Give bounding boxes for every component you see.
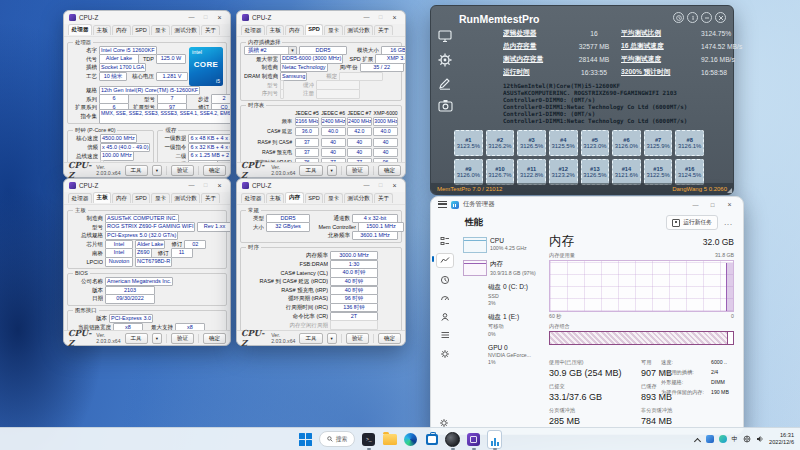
close-button[interactable] xyxy=(389,179,400,193)
startup-apps-icon[interactable] xyxy=(437,292,453,305)
ok-button[interactable]: 确定 xyxy=(378,165,401,176)
tab-2[interactable]: 内存 xyxy=(112,193,130,203)
tab-1[interactable]: 主板 xyxy=(266,25,284,35)
tray-app-icon-2[interactable] xyxy=(719,435,727,443)
details-icon[interactable] xyxy=(437,329,453,342)
ok-button[interactable]: 确定 xyxy=(203,165,226,176)
perf-item-内存[interactable]: 内存30.9/31.8 GB (97%) xyxy=(463,260,543,276)
processes-icon[interactable] xyxy=(437,234,453,247)
maximize-button[interactable] xyxy=(200,11,211,24)
tab-6[interactable]: 关于 xyxy=(374,193,392,203)
titlebar[interactable]: CPU-Z xyxy=(64,11,230,24)
taskbar-console-app-icon[interactable] xyxy=(361,432,376,447)
ok-button[interactable]: 确定 xyxy=(203,333,226,344)
titlebar[interactable]: CPU-Z xyxy=(237,179,405,192)
minimize-button[interactable] xyxy=(186,11,197,24)
info-icon[interactable] xyxy=(687,12,698,23)
tab-6[interactable]: 关于 xyxy=(201,193,219,203)
minimize-button[interactable] xyxy=(361,179,372,192)
perf-item-磁盘 0 (C: D:)[interactable]: 磁盘 0 (C: D:)SSD3% xyxy=(463,283,543,306)
more-options-button[interactable]: ... xyxy=(724,219,733,226)
performance-icon[interactable] xyxy=(436,253,454,268)
hidden-icons-chevron[interactable] xyxy=(695,436,701,442)
taskbar-file-explorer-icon[interactable] xyxy=(382,432,397,447)
ime-indicator[interactable]: 中 xyxy=(732,435,739,444)
validate-button[interactable]: 验证 xyxy=(171,165,194,176)
network-icon[interactable] xyxy=(743,435,751,443)
dropdown-select[interactable]: 插槽 #2 xyxy=(244,46,297,55)
titlebar[interactable]: 任务管理器 xyxy=(431,197,743,212)
tab-0[interactable]: 处理器 xyxy=(241,25,265,35)
monitor-icon[interactable] xyxy=(438,30,452,43)
app-history-icon[interactable] xyxy=(437,273,453,286)
tab-1[interactable]: 主板 xyxy=(93,25,111,35)
taskbar-store-icon[interactable] xyxy=(424,432,439,447)
tab-0[interactable]: 处理器 xyxy=(68,193,92,203)
taskbar-edge-icon[interactable] xyxy=(403,432,418,447)
start-button[interactable] xyxy=(298,432,313,447)
tab-6[interactable]: 关于 xyxy=(374,25,392,35)
tab-4[interactable]: 显卡 xyxy=(324,193,342,203)
tools-button[interactable]: 工具 xyxy=(125,333,148,344)
tab-3[interactable]: SPD xyxy=(305,193,324,203)
close-button[interactable] xyxy=(723,201,736,208)
tab-1[interactable]: 主板 xyxy=(266,193,284,203)
edit-pen-icon[interactable] xyxy=(438,77,452,90)
taskbar-search[interactable]: 搜索 xyxy=(319,431,356,447)
clock[interactable]: 16:31 2022/12/6 xyxy=(769,432,794,445)
tab-3[interactable]: SPD xyxy=(305,24,324,35)
close-button[interactable] xyxy=(214,11,225,25)
maximize-button[interactable] xyxy=(375,179,386,192)
tab-6[interactable]: 关于 xyxy=(201,25,219,35)
tab-4[interactable]: 显卡 xyxy=(324,25,342,35)
tab-4[interactable]: 显卡 xyxy=(151,25,169,35)
validate-button[interactable]: 验证 xyxy=(171,333,194,344)
validate-button[interactable]: 验证 xyxy=(346,333,369,344)
maximize-button[interactable] xyxy=(706,202,719,208)
minimize-button[interactable] xyxy=(186,179,197,192)
minimize-button[interactable] xyxy=(689,202,702,208)
memory-composition-bar[interactable] xyxy=(549,331,734,345)
tab-5[interactable]: 测试分数 xyxy=(344,193,374,203)
tab-3[interactable]: SPD xyxy=(132,25,151,35)
menu-hamburger-icon[interactable] xyxy=(438,201,447,208)
close-button[interactable] xyxy=(389,11,400,25)
tab-2[interactable]: 内存 xyxy=(285,25,303,35)
taskbar-cpuz-app-icon[interactable] xyxy=(466,432,481,447)
tab-5[interactable]: 测试分数 xyxy=(344,25,374,35)
perf-item-GPU 0[interactable]: GPU 0NVIDIA GeForce...1% xyxy=(463,344,543,365)
tab-5[interactable]: 测试分数 xyxy=(171,25,201,35)
minimize-icon[interactable] xyxy=(701,12,712,23)
validate-button[interactable]: 验证 xyxy=(346,165,369,176)
tab-5[interactable]: 测试分数 xyxy=(171,193,201,203)
run-new-task-button[interactable]: 运行新任务 xyxy=(666,215,718,230)
tab-3[interactable]: SPD xyxy=(132,193,151,203)
maximize-button[interactable] xyxy=(375,11,386,24)
resize-grip[interactable] xyxy=(727,188,732,193)
titlebar[interactable]: CPU-Z xyxy=(64,179,230,192)
ok-button[interactable]: 确定 xyxy=(378,333,401,344)
tools-dropdown-arrow[interactable] xyxy=(327,165,337,176)
tab-4[interactable]: 显卡 xyxy=(151,193,169,203)
perf-item-CPU[interactable]: CPU100% 4.25 GHz xyxy=(463,237,543,253)
camera-icon[interactable] xyxy=(438,99,453,112)
close-button[interactable] xyxy=(214,179,225,193)
minimize-button[interactable] xyxy=(361,11,372,24)
tools-button[interactable]: 工具 xyxy=(299,333,322,344)
close-icon[interactable] xyxy=(715,12,726,23)
tab-0[interactable]: 处理器 xyxy=(68,24,92,35)
settings-gear-icon[interactable] xyxy=(437,52,453,68)
tools-button[interactable]: 工具 xyxy=(125,165,148,176)
tab-0[interactable]: 处理器 xyxy=(241,193,265,203)
tray-app-icon-1[interactable] xyxy=(706,435,714,443)
services-icon[interactable] xyxy=(437,347,453,360)
history-icon[interactable] xyxy=(673,12,684,23)
taskbar-task-manager-icon[interactable] xyxy=(487,432,502,447)
maximize-button[interactable] xyxy=(200,179,211,192)
taskbar-camera-app-icon[interactable] xyxy=(445,432,460,447)
users-icon[interactable] xyxy=(437,310,453,323)
tools-button[interactable]: 工具 xyxy=(299,165,322,176)
tools-dropdown-arrow[interactable] xyxy=(152,165,162,176)
tools-dropdown-arrow[interactable] xyxy=(152,333,162,344)
titlebar[interactable]: CPU-Z xyxy=(237,11,405,24)
